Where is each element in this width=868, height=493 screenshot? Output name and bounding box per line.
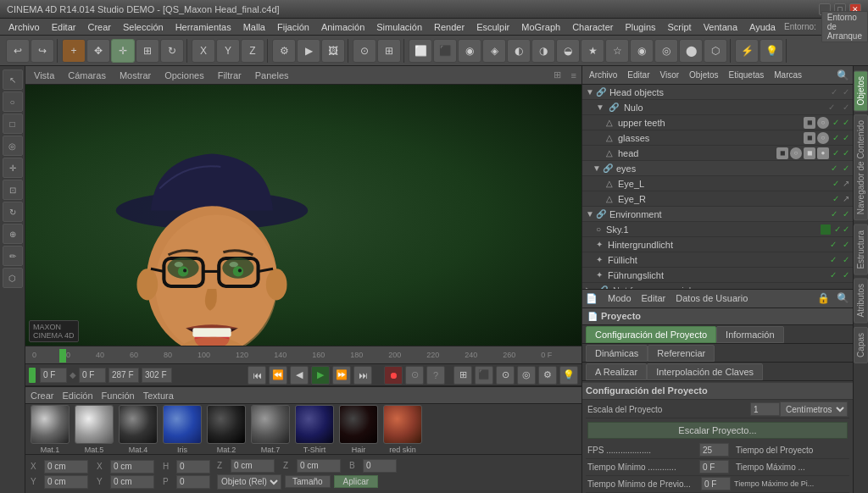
attr-datos[interactable]: Datos de Usuario — [672, 292, 751, 304]
add-object-button[interactable]: + — [62, 39, 86, 63]
attr-modo[interactable]: Modo — [604, 292, 635, 304]
menu-crear[interactable]: Crear — [82, 20, 116, 34]
scale-tool-button[interactable]: ⊡ — [3, 180, 23, 200]
menu-fijacion[interactable]: Fijación — [272, 20, 314, 34]
coord-x-button[interactable]: X — [192, 39, 215, 63]
y-rot-input[interactable] — [110, 475, 154, 489]
y-pos-input[interactable] — [44, 475, 88, 489]
timeline-mode3-button[interactable]: ⊙ — [496, 366, 515, 385]
view4-button[interactable]: ◈ — [482, 39, 506, 63]
apply-button[interactable]: Aplicar — [334, 475, 379, 488]
menu-mograph[interactable]: MoGraph — [516, 20, 565, 34]
view6-button[interactable]: ◑ — [531, 39, 555, 63]
timeline-mode5-button[interactable]: ⚙ — [538, 366, 557, 385]
escala-input[interactable] — [750, 402, 780, 416]
z-pos-input[interactable] — [231, 459, 275, 473]
side-tab-navegador[interactable]: Navegador de Contenido — [854, 114, 868, 220]
viewport[interactable]: MAXONCINEMA 4D — [25, 85, 581, 346]
rotate-tool-button[interactable]: ↻ — [3, 202, 23, 222]
timeline-cursor[interactable] — [59, 349, 66, 363]
entorno-dropdown[interactable]: Entorno de Arranque — [821, 11, 868, 42]
view3-button[interactable]: ◉ — [458, 39, 481, 63]
side-tab-capas[interactable]: Capas — [854, 327, 868, 363]
viewport-expand-button[interactable]: ⊞ — [554, 69, 561, 80]
play-button[interactable]: ▶ — [311, 366, 330, 385]
lasso-tool-button[interactable]: ○ — [3, 91, 23, 112]
material-mat1[interactable]: Mat.1 — [31, 405, 70, 454]
obj-head[interactable]: △ head ◼ ○ ◼ ● ✓ ✓ — [582, 146, 853, 161]
misc2-button[interactable]: 💡 — [760, 39, 783, 63]
material-mat5[interactable]: Mat.5 — [75, 405, 114, 454]
x-pos-input[interactable] — [44, 460, 88, 474]
obj-hintergrundlicht[interactable]: ✦ Hintergrundlicht ✓ ✓ — [582, 237, 853, 252]
view1-button[interactable]: ⬜ — [409, 39, 432, 63]
tab-funcion[interactable]: Función — [102, 391, 135, 401]
menu-malla[interactable]: Malla — [238, 20, 270, 34]
frame-start-input[interactable] — [40, 368, 67, 383]
tab-camaras[interactable]: Cámaras — [64, 69, 109, 82]
step-back-button[interactable]: ⏪ — [269, 366, 287, 385]
timeline-ruler[interactable]: 0 20 40 60 80 100 120 140 160 180 200 22… — [25, 346, 581, 364]
redo-button[interactable]: ↪ — [31, 39, 54, 63]
poly-tool-button[interactable]: ⬡ — [3, 268, 23, 288]
auto-key-button[interactable]: ⊙ — [405, 366, 424, 385]
tab-mostrar[interactable]: Mostrar — [116, 69, 154, 82]
render-view-button[interactable]: 🖼 — [321, 39, 345, 63]
obj-glasses[interactable]: △ glasses ◼ ○ ✓ ✓ — [582, 130, 853, 146]
scale-button[interactable]: ⊞ — [136, 39, 159, 63]
tab-configuracion[interactable]: Configuración del Proyecto — [586, 326, 716, 343]
fps-input[interactable] — [699, 443, 729, 457]
rect-select-button[interactable]: □ — [3, 114, 23, 134]
grid-button[interactable]: ⊞ — [377, 39, 401, 63]
snap-button[interactable]: ⊙ — [353, 39, 376, 63]
material-red-skin[interactable]: red skin — [383, 405, 422, 454]
obj-toolbar-objetos[interactable]: Objetos — [686, 69, 721, 80]
group-eyes[interactable]: ▼ 🔗 eyes ✓ ✓ — [582, 161, 853, 176]
obj-eye-l[interactable]: △ Eye_L ✓ ↗ — [582, 176, 853, 191]
obj-toolbar-visor[interactable]: Visor — [656, 69, 682, 80]
view11-button[interactable]: ◎ — [654, 39, 678, 63]
rotate-button[interactable]: ↻ — [160, 39, 184, 63]
tab-paneles[interactable]: Paneles — [252, 69, 292, 82]
menu-ventana[interactable]: Ventana — [698, 20, 743, 34]
menu-herramientas[interactable]: Herramientas — [170, 20, 236, 34]
obj-upper-teeth[interactable]: △ upper teeth ◼ ○ ✓ ✓ — [582, 115, 853, 130]
tab-dinamicas[interactable]: Dinámicas — [586, 345, 648, 362]
b-input[interactable] — [363, 459, 397, 473]
step-forward-button[interactable]: ⏩ — [332, 366, 351, 385]
view13-button[interactable]: ⬡ — [704, 39, 727, 63]
x-rot-input[interactable] — [110, 460, 154, 474]
group-environment[interactable]: ▼ 🔗 Environment ✓ ✓ — [582, 207, 853, 222]
obj-eye-r[interactable]: △ Eye_R ✓ ↗ — [582, 191, 853, 207]
move-button[interactable]: ✛ — [111, 39, 135, 63]
menu-esculpir[interactable]: Esculpir — [471, 20, 515, 34]
menu-seleccion[interactable]: Selección — [118, 20, 169, 34]
frame-max-input[interactable] — [142, 368, 172, 383]
viewport-options-button[interactable]: ≡ — [571, 70, 576, 80]
menu-script[interactable]: Script — [663, 20, 697, 34]
select-tool-button[interactable]: ↖ — [3, 69, 23, 90]
render-settings-button[interactable]: ⚙ — [272, 39, 296, 63]
material-mat7[interactable]: Mat.7 — [251, 405, 290, 454]
live-select-button[interactable]: ◎ — [3, 136, 23, 156]
view8-button[interactable]: ★ — [581, 39, 604, 63]
tab-vista[interactable]: Vista — [31, 69, 58, 82]
obj-toolbar-editar[interactable]: Editar — [624, 69, 653, 80]
record-button[interactable]: ⏺ — [384, 366, 403, 385]
obj-sky1[interactable]: ○ Sky.1 ✓ ✓ — [582, 222, 853, 237]
play-back-button[interactable]: ◀ — [290, 366, 309, 385]
attr-search-icon[interactable]: 🔍 — [837, 292, 849, 304]
view5-button[interactable]: ◐ — [507, 39, 531, 63]
timeline-mode6-button[interactable]: 💡 — [559, 366, 578, 385]
menu-animacion[interactable]: Animación — [316, 20, 370, 34]
obj-fuhrungslicht[interactable]: ✦ Führungslicht ✓ ✓ — [582, 268, 853, 283]
attr-editar[interactable]: Editar — [638, 292, 670, 304]
size-button[interactable]: Tamaño — [285, 475, 331, 488]
tab-filtrar[interactable]: Filtrar — [214, 69, 245, 82]
tool1-button[interactable]: ✥ — [86, 39, 110, 63]
tab-edicion[interactable]: Edición — [63, 391, 93, 401]
tab-realizar[interactable]: A Realizar — [586, 363, 647, 380]
tab-opciones[interactable]: Opciones — [161, 69, 207, 82]
p-input[interactable] — [176, 475, 210, 489]
tiempo-min-input[interactable] — [699, 460, 729, 474]
